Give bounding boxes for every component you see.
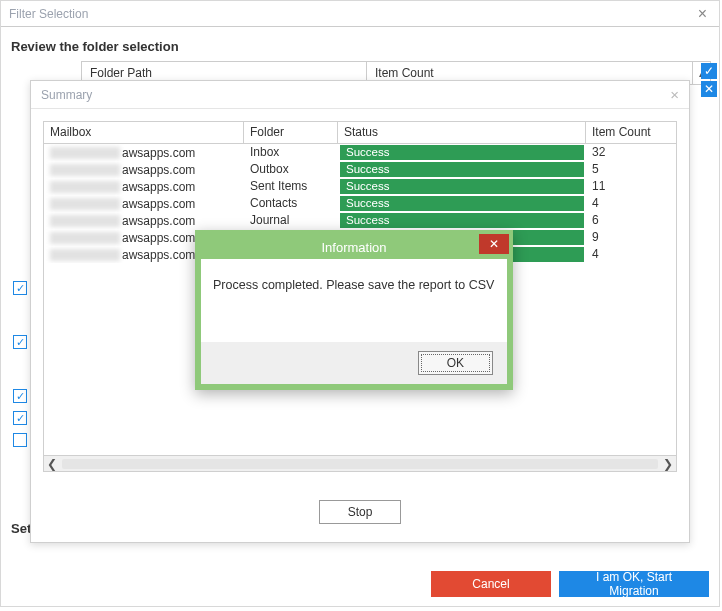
filter-selection-titlebar: Filter Selection × bbox=[1, 1, 719, 27]
table-row[interactable]: awsapps.comJournalSuccess6 bbox=[44, 212, 676, 229]
information-title: Information bbox=[321, 240, 386, 255]
cell-item-count: 9 bbox=[586, 229, 666, 246]
close-icon[interactable]: × bbox=[694, 5, 711, 23]
cell-item-count: 32 bbox=[586, 144, 666, 161]
cell-status: Success bbox=[338, 161, 586, 178]
col-folder[interactable]: Folder bbox=[244, 122, 338, 143]
col-status[interactable]: Status bbox=[338, 122, 586, 143]
summary-title: Summary bbox=[41, 88, 92, 102]
cell-folder: Sent Items bbox=[244, 178, 338, 195]
ok-button[interactable]: OK bbox=[418, 351, 493, 375]
summary-titlebar: Summary × bbox=[31, 81, 689, 109]
table-row[interactable]: awsapps.comOutboxSuccess5 bbox=[44, 161, 676, 178]
table-row[interactable]: awsapps.comContactsSuccess4 bbox=[44, 195, 676, 212]
status-badge: Success bbox=[340, 145, 584, 160]
cell-folder: Journal bbox=[244, 212, 338, 229]
cell-mailbox: awsapps.com bbox=[44, 178, 244, 195]
mailbox-domain: awsapps.com bbox=[122, 197, 195, 211]
status-badge: Success bbox=[340, 179, 584, 194]
settings-label-truncated: Set bbox=[11, 521, 31, 536]
information-footer: OK bbox=[201, 342, 507, 384]
cell-status: Success bbox=[338, 195, 586, 212]
summary-actions: Stop bbox=[31, 500, 689, 524]
filter-selection-subtitle: Review the folder selection bbox=[1, 27, 719, 60]
filter-selection-title: Filter Selection bbox=[9, 7, 88, 21]
folder-checkbox[interactable] bbox=[13, 335, 27, 349]
cell-item-count: 11 bbox=[586, 178, 666, 195]
cell-status: Success bbox=[338, 144, 586, 161]
cell-item-count: 5 bbox=[586, 161, 666, 178]
mailbox-domain: awsapps.com bbox=[122, 180, 195, 194]
information-message: Process completed. Please save the repor… bbox=[201, 258, 507, 302]
cell-mailbox: awsapps.com bbox=[44, 212, 244, 229]
scroll-right-icon[interactable]: ❯ bbox=[660, 457, 676, 471]
select-all-button[interactable]: ✓ bbox=[701, 63, 717, 79]
table-row[interactable]: awsapps.comSent ItemsSuccess11 bbox=[44, 178, 676, 195]
information-titlebar: Information ✕ bbox=[200, 235, 508, 259]
folder-checkbox[interactable] bbox=[13, 281, 27, 295]
table-row[interactable]: awsapps.comInboxSuccess32 bbox=[44, 144, 676, 161]
cell-item-count: 4 bbox=[586, 195, 666, 212]
col-mailbox[interactable]: Mailbox bbox=[44, 122, 244, 143]
mailbox-domain: awsapps.com bbox=[122, 163, 195, 177]
status-badge: Success bbox=[340, 162, 584, 177]
cell-status: Success bbox=[338, 212, 586, 229]
cell-item-count: 4 bbox=[586, 246, 666, 263]
cancel-button[interactable]: Cancel bbox=[431, 571, 551, 597]
cell-mailbox: awsapps.com bbox=[44, 144, 244, 161]
mailbox-domain: awsapps.com bbox=[122, 146, 195, 160]
folder-checkbox[interactable] bbox=[13, 411, 27, 425]
col-item-count[interactable]: Item Count bbox=[586, 122, 666, 143]
cell-folder: Inbox bbox=[244, 144, 338, 161]
cell-folder: Outbox bbox=[244, 161, 338, 178]
horizontal-scrollbar[interactable]: ❮ ❯ bbox=[44, 455, 676, 471]
information-dialog: Information ✕ Process completed. Please … bbox=[195, 230, 513, 390]
scrollbar-track[interactable] bbox=[62, 459, 658, 469]
close-icon[interactable]: × bbox=[670, 86, 679, 103]
stop-button[interactable]: Stop bbox=[319, 500, 402, 524]
status-badge: Success bbox=[340, 213, 584, 228]
folder-check-column bbox=[13, 281, 27, 447]
close-icon[interactable]: ✕ bbox=[479, 234, 509, 254]
status-badge: Success bbox=[340, 196, 584, 211]
mailbox-domain: awsapps.com bbox=[122, 231, 195, 245]
folder-checkbox[interactable] bbox=[13, 433, 27, 447]
cell-status: Success bbox=[338, 178, 586, 195]
cell-folder: Contacts bbox=[244, 195, 338, 212]
check-toggle-buttons: ✓ ✕ bbox=[701, 63, 717, 97]
deselect-all-button[interactable]: ✕ bbox=[701, 81, 717, 97]
start-migration-button[interactable]: I am OK, Start Migration bbox=[559, 571, 709, 597]
cell-item-count: 6 bbox=[586, 212, 666, 229]
filter-selection-footer: Cancel I am OK, Start Migration bbox=[1, 562, 719, 606]
folder-checkbox[interactable] bbox=[13, 389, 27, 403]
scroll-left-icon[interactable]: ❮ bbox=[44, 457, 60, 471]
cell-mailbox: awsapps.com bbox=[44, 195, 244, 212]
cell-mailbox: awsapps.com bbox=[44, 161, 244, 178]
mailbox-domain: awsapps.com bbox=[122, 248, 195, 262]
summary-grid-header: Mailbox Folder Status Item Count bbox=[44, 122, 676, 144]
mailbox-domain: awsapps.com bbox=[122, 214, 195, 228]
